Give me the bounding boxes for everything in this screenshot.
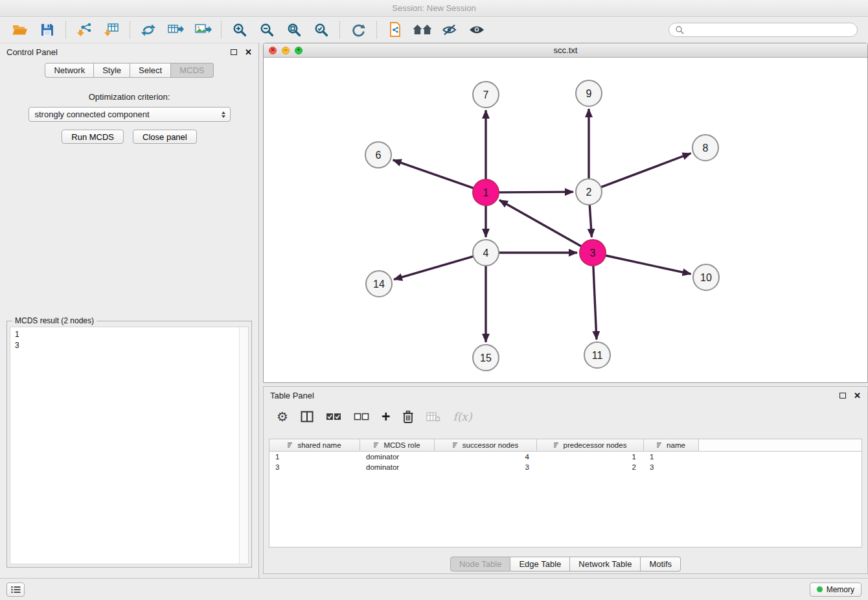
graph-node-8[interactable]: 8 (692, 135, 718, 161)
save-floppy-icon (40, 23, 54, 37)
close-panel-button[interactable]: Close panel (133, 130, 197, 144)
graph-node-14[interactable]: 14 (366, 271, 392, 297)
graph-edge-3-10[interactable] (606, 255, 691, 274)
criterion-dropdown-value: strongly connected component (35, 110, 150, 119)
control-panel-header: Control Panel ✕ (0, 43, 258, 60)
table-row[interactable]: 3dominator323 (269, 462, 862, 472)
graph-node-6[interactable]: 6 (365, 142, 391, 168)
memory-status-dot-icon (817, 586, 823, 592)
graph-edge-2-8[interactable] (601, 153, 691, 187)
graph-edge-2-3[interactable] (589, 205, 591, 237)
close-panel-icon[interactable]: ✕ (854, 391, 861, 400)
graph-node-2[interactable]: 2 (576, 179, 602, 205)
zoom-selected-button[interactable] (308, 19, 335, 41)
table-tab-network-table[interactable]: Network Table (570, 557, 641, 571)
graph-node-label: 4 (483, 248, 489, 259)
double-home-icon (412, 23, 433, 37)
save-session-button[interactable] (34, 19, 61, 41)
float-panel-icon[interactable] (231, 49, 237, 55)
window-zoom-icon[interactable]: + (295, 47, 303, 54)
zoom-fit-button[interactable] (280, 19, 308, 41)
table-tab-motifs[interactable]: Motifs (641, 557, 681, 571)
table-tab-edge-table[interactable]: Edge Table (510, 557, 570, 571)
table-panel-tabs: Node TableEdge TableNetwork TableMotifs (264, 557, 867, 571)
network-canvas[interactable]: 7968124314101511 (264, 58, 867, 382)
result-scrollbar[interactable] (239, 327, 248, 564)
function-builder-button-disabled: f(x) (453, 410, 472, 423)
column-header-label: shared name (297, 441, 341, 449)
table-toolbar: ⚙ + (264, 405, 867, 428)
tab-mcds[interactable]: MCDS (171, 63, 213, 78)
column-header-predecessor-nodes[interactable]: predecessor nodes (537, 439, 644, 452)
table-settings-button[interactable]: ⚙ (277, 410, 288, 423)
show-panels-button[interactable] (6, 583, 25, 597)
column-header-successor-nodes[interactable]: successor nodes (435, 439, 537, 452)
table-cell: 2 (537, 462, 644, 472)
export-image-button[interactable] (189, 19, 216, 41)
network-view-window: ✕ − + scc.txt 7968124314101511 (263, 43, 868, 383)
search-icon (675, 25, 684, 34)
table-cell: 3 (644, 462, 699, 472)
tab-select[interactable]: Select (130, 63, 171, 78)
import-network-icon (76, 22, 93, 38)
control-panel: Control Panel ✕ NetworkStyleSelectMCDS O… (0, 43, 259, 578)
open-session-button[interactable] (6, 19, 34, 41)
create-column-button[interactable]: + (382, 410, 390, 424)
delete-columns-button[interactable] (402, 410, 414, 424)
table-cell: 4 (435, 452, 537, 462)
table-tab-node-table[interactable]: Node Table (450, 557, 511, 571)
hide-graphics-details-button[interactable] (436, 19, 463, 41)
memory-button[interactable]: Memory (810, 583, 862, 597)
graph-edge-1-6[interactable] (393, 160, 474, 188)
refresh-icon (350, 22, 366, 38)
window-title: Session: New Session (392, 3, 475, 13)
tab-style[interactable]: Style (94, 63, 130, 78)
graph-node-10[interactable]: 10 (693, 264, 719, 290)
search-input[interactable] (688, 25, 851, 34)
graph-node-11[interactable]: 11 (584, 342, 610, 368)
import-network-button[interactable] (71, 19, 98, 41)
home-layout-button[interactable] (409, 19, 436, 41)
sort-icon (374, 442, 380, 448)
import-table-button[interactable] (98, 19, 125, 41)
refresh-view-button[interactable] (345, 19, 372, 41)
graph-node-1[interactable]: 1 (473, 179, 499, 205)
destroy-network-button[interactable] (135, 19, 162, 41)
graph-edge-1-2[interactable] (499, 192, 573, 192)
table-row[interactable]: 1dominator411 (269, 452, 862, 462)
export-table-button[interactable] (162, 19, 189, 41)
window-minimize-icon[interactable]: − (282, 47, 290, 54)
show-graphics-details-button[interactable] (463, 19, 490, 41)
graph-node-label: 6 (376, 150, 382, 161)
unselect-all-columns-button[interactable] (354, 413, 369, 421)
graph-node-label: 2 (586, 187, 592, 198)
graph-node-3[interactable]: 3 (580, 240, 606, 266)
graph-node-15[interactable]: 15 (473, 345, 499, 371)
window-close-icon[interactable]: ✕ (269, 47, 277, 54)
zoom-out-icon (259, 22, 275, 38)
search-box[interactable] (668, 23, 858, 37)
column-header-name[interactable]: name (644, 439, 699, 452)
graph-edge-3-11[interactable] (593, 266, 597, 340)
select-all-columns-button[interactable] (326, 413, 341, 421)
import-table-icon (103, 22, 120, 38)
column-header-shared-name[interactable]: shared name (269, 439, 360, 452)
tab-network[interactable]: Network (45, 63, 94, 78)
graph-edge-3-1[interactable] (499, 200, 582, 246)
graph-edge-4-14[interactable] (394, 257, 474, 280)
zoom-in-button[interactable] (226, 19, 253, 41)
float-panel-icon[interactable] (839, 393, 846, 398)
graph-node-7[interactable]: 7 (473, 82, 499, 108)
zoom-out-button[interactable] (253, 19, 280, 41)
open-in-browser-button[interactable] (382, 19, 409, 41)
criterion-dropdown[interactable]: strongly connected component (29, 107, 231, 122)
memory-button-label: Memory (827, 585, 854, 594)
run-mcds-button[interactable]: Run MCDS (62, 130, 124, 144)
node-table-header: shared nameMCDS rolesuccessor nodesprede… (269, 439, 862, 452)
graph-node-9[interactable]: 9 (576, 80, 602, 106)
column-header-MCDS-role[interactable]: MCDS role (360, 439, 435, 452)
close-panel-icon[interactable]: ✕ (245, 48, 252, 56)
graph-node-4[interactable]: 4 (473, 240, 499, 266)
eye-slash-icon (441, 23, 458, 37)
show-columns-button[interactable] (301, 411, 314, 422)
